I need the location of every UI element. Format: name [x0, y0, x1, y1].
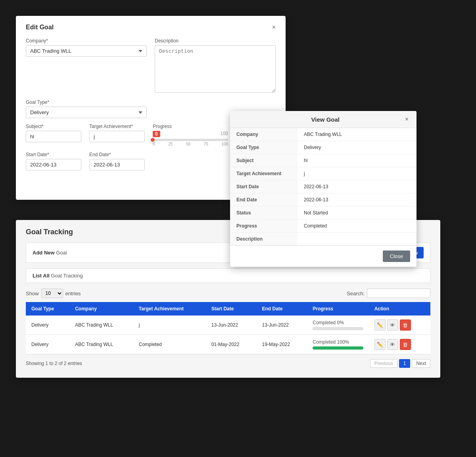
view-modal-header: View Goal × [230, 111, 416, 128]
col-header-startdate: Start Date [206, 302, 257, 316]
entries-label: entries [65, 291, 81, 296]
show-label: Show [26, 291, 39, 296]
view-row-startdate: Start Date 2022-06-13 [230, 180, 416, 193]
view-row-subject: Subject hl [230, 154, 416, 167]
form-col-enddate: End Date* [89, 152, 145, 170]
show-entries-select[interactable]: 10 25 50 100 [41, 289, 63, 298]
view-row-goaltype: Goal Type Delivery [230, 141, 416, 154]
view-value-goaltype: Delivery [298, 141, 416, 154]
view-goal-table: Company ABC Trading WLL Goal Type Delive… [230, 128, 416, 245]
view-label-description: Description [230, 233, 298, 246]
company-label: Company* [26, 38, 147, 44]
view-value-status: Not Started [298, 207, 416, 220]
view-label-status: Status [230, 207, 298, 220]
table-row: Delivery ABC Trading WLL Completed 01-Ma… [26, 335, 430, 354]
cell-goaltype-2: Delivery [26, 335, 69, 354]
col-header-progress: Progress [307, 302, 369, 316]
prev-page-button[interactable]: Previous [370, 359, 397, 368]
view-row-targetachievement: Target Achievement j [230, 167, 416, 180]
table-controls: Show 10 25 50 100 entries Search: [26, 289, 430, 298]
view-row-description: Description [230, 233, 416, 246]
table-row: Delivery ABC Trading WLL j 13-Jun-2022 1… [26, 316, 430, 335]
view-label-company: Company [230, 128, 298, 141]
add-new-text: Add New Goal [33, 250, 67, 256]
edit-button-1[interactable]: ✏️ [374, 319, 386, 331]
view-goal-modal: View Goal × Company ABC Trading WLL Goal… [230, 111, 416, 267]
startdate-label: Start Date* [26, 152, 81, 157]
pagination: Previous 1 Next [370, 359, 430, 368]
form-col-goaltype: Goal Type* Delivery [26, 99, 147, 118]
view-value-startdate: 2022-06-13 [298, 180, 416, 193]
form-col-progress: Progress 0 100 0 25 50 75 100 [153, 124, 228, 146]
goaltype-label: Goal Type* [26, 99, 147, 105]
goal-tracking-table: Goal Type Company Target Achievement Sta… [26, 302, 430, 354]
edit-modal-header: Edit Goal × [26, 24, 276, 31]
progress-value-badge: 0 [153, 131, 160, 137]
edit-button-2[interactable]: ✏️ [374, 339, 386, 350]
cell-progress-2: Completed 100% [307, 335, 369, 354]
col-header-goaltype: Goal Type [26, 302, 69, 316]
progress-thumb[interactable] [150, 137, 155, 143]
progress-text-1: Completed 0% [313, 320, 363, 325]
cell-startdate-1: 13-Jun-2022 [206, 316, 257, 335]
delete-button-1[interactable]: 🗑 [400, 319, 411, 331]
view-value-description [298, 233, 416, 246]
view-label-enddate: End Date [230, 193, 298, 207]
list-all-bar: List All Goal Tracking [26, 268, 430, 283]
view-close-button[interactable]: Close [383, 250, 410, 262]
table-header-row: Goal Type Company Target Achievement Sta… [26, 302, 430, 316]
progress-text-2: Completed 100% [313, 339, 363, 345]
next-page-button[interactable]: Next [412, 359, 430, 368]
progress-label-row: 0 100 [153, 131, 228, 137]
enddate-label: End Date* [89, 152, 145, 157]
cell-action-1: ✏️ 👁 🗑 [369, 316, 430, 335]
view-label-subject: Subject [230, 154, 298, 167]
view-value-targetachievement: j [298, 167, 416, 180]
subject-input[interactable] [26, 131, 81, 142]
progress-bar-bg-2 [313, 346, 363, 350]
subject-label: Subject* [26, 124, 81, 129]
view-row-company: Company ABC Trading WLL [230, 128, 416, 141]
cell-enddate-2: 19-May-2022 [256, 335, 307, 354]
enddate-input[interactable] [89, 159, 145, 170]
view-modal-footer: Close [230, 245, 416, 267]
description-textarea[interactable] [155, 45, 276, 93]
cell-company-1: ABC Trading WLL [69, 316, 133, 335]
view-modal-close-button[interactable]: × [405, 116, 409, 123]
col-header-enddate: End Date [256, 302, 307, 316]
description-label: Description [155, 38, 276, 44]
company-select[interactable]: ABC Trading WLL [26, 45, 147, 57]
page-1-button[interactable]: 1 [399, 359, 411, 368]
cell-company-2: ABC Trading WLL [69, 335, 133, 354]
goaltype-select[interactable]: Delivery [26, 107, 147, 118]
form-row-company-description: Company* ABC Trading WLL Description [26, 38, 276, 94]
progress-max: 100 [220, 131, 228, 137]
cell-target-1: j [133, 316, 206, 335]
view-row-status: Status Not Started [230, 207, 416, 220]
search-input[interactable] [367, 289, 430, 298]
form-col-company: Company* ABC Trading WLL [26, 38, 147, 94]
view-label-startdate: Start Date [230, 180, 298, 193]
view-value-subject: hl [298, 154, 416, 167]
cell-action-2: ✏️ 👁 🗑 [369, 335, 430, 354]
view-row-enddate: End Date 2022-06-13 [230, 193, 416, 207]
col-header-company: Company [69, 302, 133, 316]
form-col-target: Target Achievement* [89, 124, 145, 146]
col-header-targetachievement: Target Achievement [133, 302, 206, 316]
cell-startdate-2: 01-May-2022 [206, 335, 257, 354]
edit-modal-close-button[interactable]: × [272, 24, 276, 31]
target-input[interactable] [89, 131, 145, 142]
form-col-description: Description [155, 38, 276, 94]
delete-button-2[interactable]: 🗑 [400, 339, 411, 350]
startdate-input[interactable] [26, 159, 81, 170]
view-label-goaltype: Goal Type [230, 141, 298, 154]
view-row-progress: Progress Completed [230, 220, 416, 233]
progress-bar-fill-2 [313, 346, 363, 350]
edit-modal-title: Edit Goal [26, 24, 54, 31]
view-button-2[interactable]: 👁 [387, 339, 398, 350]
cell-goaltype-1: Delivery [26, 316, 69, 335]
col-header-action: Action [369, 302, 430, 316]
view-button-1[interactable]: 👁 [387, 319, 398, 331]
view-label-targetachievement: Target Achievement [230, 167, 298, 180]
target-label: Target Achievement* [89, 124, 145, 129]
